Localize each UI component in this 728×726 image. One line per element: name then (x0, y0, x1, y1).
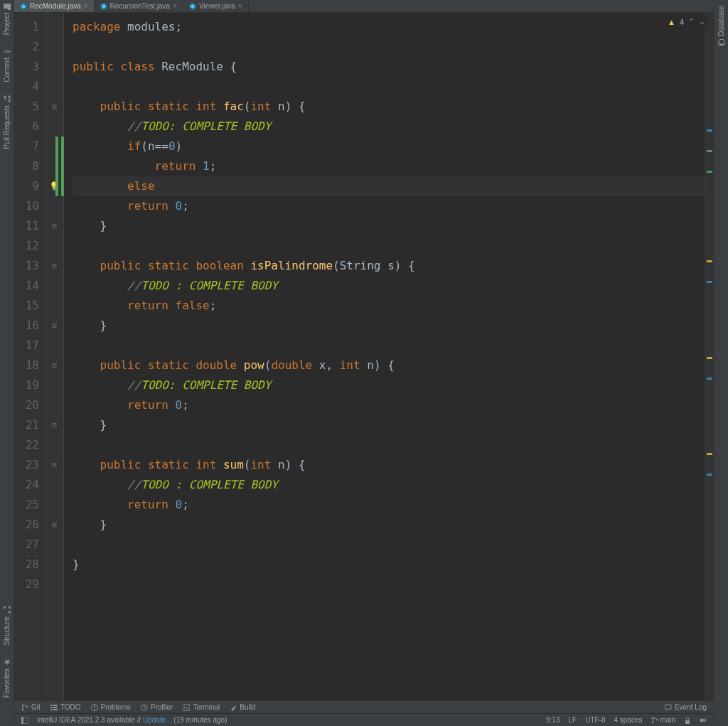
line-number[interactable]: 29 (14, 575, 39, 594)
code-line[interactable] (73, 77, 705, 97)
tool-window-toggle-icon[interactable] (21, 717, 28, 724)
editor-tab[interactable]: Viewer.java× (183, 0, 249, 12)
chevron-down-icon[interactable]: ⌄ (699, 17, 705, 26)
fold-toggle-icon[interactable]: ⊟ (52, 97, 57, 117)
tool-event-log[interactable]: Event Log (665, 703, 707, 711)
line-number[interactable]: 27 (14, 535, 39, 555)
fold-toggle-icon[interactable]: ⊟ (52, 216, 57, 236)
line-number[interactable]: 5 (14, 97, 39, 117)
line-number[interactable]: 24 (14, 475, 39, 495)
code-line[interactable] (73, 236, 705, 256)
tool-profiler[interactable]: Profiler (141, 703, 173, 711)
editor[interactable]: 1234567891011121314151617181920212223242… (14, 13, 714, 700)
code-line[interactable] (73, 435, 705, 455)
code-line[interactable]: //TODO : COMPLETE BODY (73, 475, 705, 495)
code-line[interactable]: return 0; (73, 395, 705, 415)
code-line[interactable]: public static boolean isPalindrome(Strin… (73, 256, 705, 276)
tool-structure[interactable]: Structure (3, 607, 11, 646)
tool-pull-requests[interactable]: Pull Requests (3, 95, 11, 149)
stripe-marker[interactable] (707, 260, 712, 262)
code-line[interactable]: //TODO : COMPLETE BODY (73, 276, 705, 296)
code-line[interactable]: if(n==0) (73, 137, 705, 156)
code-line[interactable]: public static int sum(int n) { (73, 455, 705, 475)
status-update-link[interactable]: Update... (143, 716, 172, 724)
tool-todo[interactable]: TODO (50, 703, 81, 711)
line-number[interactable]: 8 (14, 156, 39, 176)
code-line[interactable]: public static int fac(int n) { (73, 97, 705, 117)
line-number[interactable]: 6 (14, 117, 39, 137)
line-number[interactable]: 26 (14, 515, 39, 535)
code-line[interactable]: return false; (73, 296, 705, 316)
line-number[interactable]: 13 (14, 256, 39, 276)
status-line-sep[interactable]: LF (568, 716, 577, 724)
stripe-marker[interactable] (707, 129, 712, 132)
ide-status-icon[interactable] (700, 717, 707, 724)
line-number[interactable]: 18 (14, 356, 39, 375)
lock-icon[interactable] (684, 717, 691, 724)
status-encoding[interactable]: UTF-8 (585, 716, 605, 724)
stripe-marker[interactable] (707, 378, 712, 380)
tool-git[interactable]: Git (21, 703, 41, 711)
close-icon[interactable]: × (84, 2, 88, 10)
close-icon[interactable]: × (173, 2, 177, 10)
tool-problems[interactable]: Problems (91, 703, 131, 711)
line-number[interactable]: 19 (14, 375, 39, 395)
fold-toggle-icon[interactable]: ⊟ (52, 256, 57, 276)
line-number-gutter[interactable]: 1234567891011121314151617181920212223242… (14, 13, 46, 700)
line-number[interactable]: 4 (14, 77, 39, 97)
code-line[interactable]: package modules; (73, 17, 705, 37)
stripe-marker[interactable] (707, 281, 712, 283)
line-number[interactable]: 20 (14, 395, 39, 415)
line-number[interactable]: 7 (14, 137, 39, 156)
fold-toggle-icon[interactable]: ⊟ (52, 356, 57, 375)
line-number[interactable]: 11 (14, 216, 39, 236)
line-number[interactable]: 28 (14, 555, 39, 575)
line-number[interactable]: 12 (14, 236, 39, 256)
fold-toggle-icon[interactable]: ⊟ (52, 415, 57, 435)
tool-commit[interactable]: Commit (3, 48, 11, 82)
tool-project[interactable]: Project (3, 3, 11, 35)
inspection-summary[interactable]: ▲ 4 ⌃ ⌄ (665, 16, 708, 28)
code-line[interactable]: return 0; (73, 196, 705, 216)
stripe-marker[interactable] (707, 474, 712, 476)
code-line[interactable]: } (73, 316, 705, 336)
editor-tab[interactable]: RecursionTest.java× (95, 0, 183, 12)
line-number[interactable]: 2 (14, 37, 39, 57)
line-number[interactable]: 17 (14, 336, 39, 356)
code-line[interactable] (73, 575, 705, 594)
tool-terminal[interactable]: Terminal (183, 703, 220, 711)
code-area[interactable]: package modules;public class RecModule {… (64, 13, 705, 700)
code-line[interactable]: //TODO: COMPLETE BODY (73, 117, 705, 137)
code-line[interactable]: } (73, 415, 705, 435)
line-number[interactable]: 16 (14, 316, 39, 336)
code-line[interactable]: public static double pow(double x, int n… (73, 356, 705, 375)
stripe-marker[interactable] (707, 357, 712, 359)
code-line[interactable] (73, 37, 705, 57)
code-line[interactable]: } (73, 555, 705, 575)
line-number[interactable]: 15 (14, 296, 39, 316)
tool-database[interactable]: Database (717, 6, 725, 46)
line-number[interactable]: 9 (14, 176, 39, 196)
line-number[interactable]: 14 (14, 276, 39, 296)
line-number[interactable]: 22 (14, 435, 39, 455)
line-number[interactable]: 25 (14, 495, 39, 515)
fold-toggle-icon[interactable]: ⊟ (52, 316, 57, 336)
fold-toggle-icon[interactable]: ⊟ (52, 455, 57, 475)
status-cursor[interactable]: 9:13 (546, 716, 560, 724)
code-line[interactable]: public class RecModule { (73, 57, 705, 77)
line-number[interactable]: 10 (14, 196, 39, 216)
close-icon[interactable]: × (238, 2, 242, 10)
fold-toggle-icon[interactable]: ⊟ (52, 515, 57, 535)
code-line[interactable]: //TODO: COMPLETE BODY (73, 375, 705, 395)
line-number[interactable]: 3 (14, 57, 39, 77)
line-number[interactable]: 1 (14, 17, 39, 37)
tool-build[interactable]: Build (230, 703, 255, 711)
code-line[interactable]: return 1; (73, 156, 705, 176)
status-indent[interactable]: 4 spaces (614, 716, 643, 724)
code-line[interactable]: else (73, 176, 705, 196)
line-number[interactable]: 23 (14, 455, 39, 475)
code-line[interactable] (73, 336, 705, 356)
chevron-up-icon[interactable]: ⌃ (688, 17, 695, 26)
tool-favorites[interactable]: Favorites (3, 658, 11, 698)
stripe-marker[interactable] (707, 171, 712, 173)
